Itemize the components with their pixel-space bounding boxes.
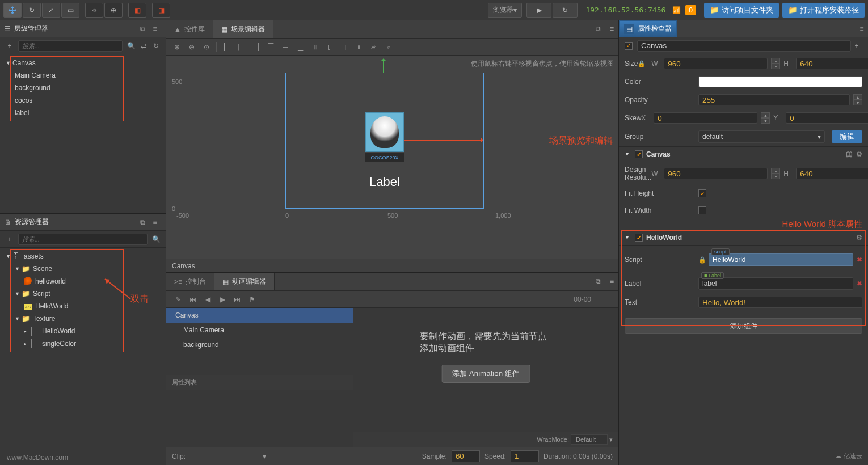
menu-icon[interactable]: ≡ <box>856 25 868 33</box>
node-background[interactable]: background <box>0 82 166 94</box>
search-icon[interactable]: 🔍 <box>150 233 162 246</box>
script-reference[interactable]: script HelloWorld <box>709 253 853 266</box>
play-button[interactable]: ▶ <box>526 3 551 18</box>
assets-search-input[interactable] <box>18 234 148 245</box>
dist-v-icon[interactable]: ⫿ <box>322 40 337 54</box>
scale-tool[interactable]: ⤢ <box>42 3 60 18</box>
prev-frame-button[interactable]: ◀ <box>200 293 215 306</box>
dist-4-icon[interactable]: ⫽ <box>381 40 396 54</box>
play-anim-button[interactable]: ▶ <box>215 293 230 306</box>
node-canvas[interactable]: ▼Canvas <box>0 57 166 69</box>
menu-icon[interactable]: ≡ <box>605 273 618 290</box>
size-w-input[interactable] <box>664 58 768 69</box>
node-active-checkbox[interactable] <box>625 42 633 50</box>
node-name-input[interactable] <box>637 40 851 52</box>
tab-animation[interactable]: ▦动画编辑器 <box>214 273 275 290</box>
design-h-input[interactable] <box>796 168 868 179</box>
zoom-reset-icon[interactable]: ⊙ <box>199 40 214 54</box>
notification-badge[interactable]: 0 <box>685 5 696 15</box>
help-icon[interactable]: 🕮 <box>846 150 853 158</box>
zoom-in-icon[interactable]: ⊕ <box>170 40 184 54</box>
dist-v2-icon[interactable]: ⫾ <box>352 40 366 54</box>
add-component-button[interactable]: 添加组件 <box>625 318 862 334</box>
anchor-tool[interactable]: ⎆ <box>85 3 103 18</box>
move-tool[interactable] <box>3 3 22 18</box>
node-label[interactable]: label <box>0 107 166 119</box>
node-cocos[interactable]: cocos <box>0 94 166 107</box>
sample-input[interactable] <box>452 450 480 462</box>
zoom-out-icon[interactable]: ⊖ <box>184 40 199 54</box>
clear-ref-button[interactable]: ✖ <box>857 256 862 264</box>
fit-height-checkbox[interactable] <box>698 189 706 197</box>
speed-input[interactable] <box>511 450 539 462</box>
color-swatch[interactable] <box>698 76 862 87</box>
popout-icon[interactable]: ⧉ <box>591 20 605 38</box>
preview-target-dropdown[interactable]: 浏览器 ▾ <box>488 3 522 18</box>
anim-row-background[interactable]: background <box>166 337 353 352</box>
group-edit-button[interactable]: 编辑 <box>832 130 862 143</box>
asset-singlecolor[interactable]: ▸singleColor <box>0 337 166 350</box>
add-button[interactable]: + <box>851 42 862 50</box>
refresh-icon[interactable]: ↻ <box>150 40 162 52</box>
node-main-camera[interactable]: Main Camera <box>0 69 166 82</box>
reload-button[interactable]: ↻ <box>553 3 578 18</box>
popout-icon[interactable]: ⧉ <box>591 273 605 290</box>
gear-icon[interactable]: ⚙ <box>856 234 862 242</box>
tab-widget-lib[interactable]: ▲控件库 <box>166 20 213 38</box>
menu-icon[interactable]: ≡ <box>149 218 161 226</box>
label-reference[interactable]: ■ Label label <box>698 277 853 290</box>
design-w-input[interactable] <box>664 168 768 179</box>
fit-width-checkbox[interactable] <box>698 206 706 214</box>
add-asset-button[interactable]: + <box>3 233 16 246</box>
hierarchy-search-input[interactable] <box>18 40 123 52</box>
canvas-component-header[interactable]: ▼ Canvas 🕮⚙ <box>619 146 868 162</box>
cocos-logo-sprite[interactable] <box>365 112 404 152</box>
group-select[interactable]: default▾ <box>698 130 825 143</box>
lock-icon[interactable]: 🔒 <box>638 60 646 67</box>
align-top-icon[interactable]: ▔ <box>263 40 278 54</box>
anim-row-camera[interactable]: Main Camera <box>166 323 353 337</box>
menu-icon[interactable]: ≡ <box>149 25 161 33</box>
align-tool-1[interactable]: ◧ <box>128 3 146 18</box>
rect-tool[interactable]: ▭ <box>61 3 79 18</box>
asset-helloworld-texture[interactable]: ▸HelloWorld <box>0 325 166 337</box>
y-axis-gizmo[interactable] <box>383 59 384 73</box>
record-button[interactable]: ✎ <box>171 293 186 306</box>
wrapmode-select[interactable]: Default <box>571 434 608 445</box>
align-tool-2[interactable]: ◨ <box>152 3 170 18</box>
asset-texture-folder[interactable]: ▼📁Texture <box>0 312 166 325</box>
menu-icon[interactable]: ≡ <box>605 20 618 38</box>
align-left-icon[interactable]: ▏ <box>219 40 234 54</box>
tab-scene-editor[interactable]: ▦场景编辑器 <box>213 20 273 38</box>
add-animation-button[interactable]: 添加 Animation 组件 <box>441 365 530 383</box>
dist-h2-icon[interactable]: ⫼ <box>337 40 352 54</box>
align-bottom-icon[interactable]: ▁ <box>293 40 307 54</box>
popout-icon[interactable]: ⧉ <box>136 218 149 226</box>
align-right-icon[interactable]: ▕ <box>248 40 263 54</box>
opacity-input[interactable] <box>698 94 850 105</box>
clear-ref-button[interactable]: ✖ <box>857 280 862 288</box>
asset-root[interactable]: ▼🗄assets <box>0 250 166 263</box>
anim-row-canvas[interactable]: Canvas <box>166 308 353 323</box>
asset-helloworld-scene[interactable]: helloworld <box>0 275 166 288</box>
align-vcenter-icon[interactable]: ─ <box>278 40 293 54</box>
scene-breadcrumb[interactable]: Canvas <box>166 259 618 272</box>
sort-icon[interactable]: ⇄ <box>137 40 150 52</box>
text-input[interactable] <box>698 297 862 308</box>
tab-console[interactable]: >≡控制台 <box>166 273 214 290</box>
next-frame-button[interactable]: ⏭ <box>230 293 245 306</box>
rotate-tool[interactable]: ↻ <box>23 3 41 18</box>
canvas-comp-checkbox[interactable] <box>635 150 643 158</box>
scene-viewport[interactable]: 使用鼠标右键平移视窗焦点，使用滚轮缩放视图 COCOS20X Label 场景预… <box>166 56 618 259</box>
anim-timeline[interactable]: 要制作动画，需要先为当前节点添加动画组件 添加 Animation 组件 Wra… <box>353 308 618 447</box>
helloworld-component-header[interactable]: ▼ HelloWorld ⚙ <box>619 230 868 246</box>
add-node-button[interactable]: + <box>3 40 16 52</box>
gear-icon[interactable]: ⚙ <box>856 150 862 158</box>
skew-x-input[interactable] <box>654 112 757 124</box>
search-icon[interactable]: 🔍 <box>125 40 137 52</box>
insert-event-button[interactable]: ⚑ <box>245 293 259 306</box>
size-h-input[interactable] <box>796 58 868 69</box>
dist-h-icon[interactable]: ⫴ <box>307 40 322 54</box>
open-project-folder-button[interactable]: 📁访问项目文件夹 <box>704 3 779 18</box>
first-frame-button[interactable]: ⏮ <box>186 293 200 306</box>
